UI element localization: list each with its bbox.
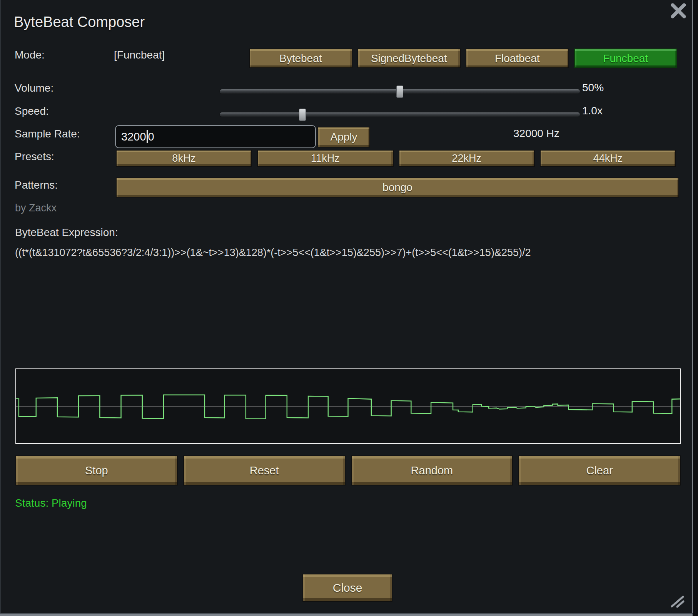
speed-slider-handle[interactable] [299,109,306,121]
mode-value: [Funcbeat] [114,49,165,61]
sample-rate-current: 32000 Hz [513,127,559,140]
sample-rate-input-text: 3200 [121,131,146,143]
pattern-credit: by Zackx [15,202,57,214]
presets-label: Presets: [15,151,54,163]
apply-button[interactable]: Apply [317,127,370,147]
expression-label: ByteBeat Expression: [15,226,118,239]
preset-button-22khz[interactable]: 22kHz [399,150,535,167]
status-text: Status: Playing [15,497,87,509]
speed-value: 1.0x [582,105,603,117]
waveform-panel [15,368,681,444]
expression-text: ((t*(t&131072?t&65536?3/2:4/3:1))>>(1&~t… [15,247,531,259]
waveform-chart [16,369,680,443]
clear-button[interactable]: Clear [518,455,681,485]
preset-button-8khz[interactable]: 8kHz [116,150,252,167]
sample-rate-input[interactable]: 32000 [115,125,316,148]
window-bottom-edge [0,613,693,616]
reset-button[interactable]: Reset [183,455,346,485]
preset-button-group: 8kHz 11kHz 22kHz 44kHz [116,150,676,167]
preset-button-11khz[interactable]: 11kHz [257,150,393,167]
sample-rate-label: Sample Rate: [15,128,80,140]
mode-button-funcbeat[interactable]: Funcbeat [574,49,678,68]
preset-button-44khz[interactable]: 44kHz [540,150,676,167]
patterns-label: Patterns: [15,179,58,191]
mode-button-signedbytebeat[interactable]: SignedBytebeat [357,49,461,68]
pattern-button-bongo[interactable]: bongo [116,177,679,198]
volume-slider[interactable] [219,89,580,94]
bytebeat-composer-window: ByteBeat Composer Mode: [Funcbeat] Byteb… [0,0,693,613]
random-button[interactable]: Random [351,455,513,485]
volume-slider-handle[interactable] [396,85,403,98]
text-cursor [147,130,148,143]
mode-button-bytebeat[interactable]: Bytebeat [249,49,352,68]
screen: { "window": { "title": "ByteBeat Compose… [0,0,698,616]
waveform-trace [16,395,680,419]
transport-button-group: Stop Reset Random Clear [15,455,681,485]
volume-label: Volume: [15,82,53,94]
resize-grip-icon[interactable] [670,594,686,608]
close-button[interactable]: Close [302,574,392,602]
close-icon[interactable] [670,2,687,19]
mode-label: Mode: [15,49,45,61]
speed-slider[interactable] [219,112,580,117]
sample-rate-input-text-after: 0 [148,131,154,143]
stop-button[interactable]: Stop [15,455,178,485]
mode-button-floatbeat[interactable]: Floatbeat [466,49,569,68]
mode-button-group: Bytebeat SignedBytebeat Floatbeat Funcbe… [249,49,677,68]
speed-label: Speed: [15,105,49,117]
page-title: ByteBeat Composer [14,14,145,30]
volume-value: 50% [582,82,604,94]
